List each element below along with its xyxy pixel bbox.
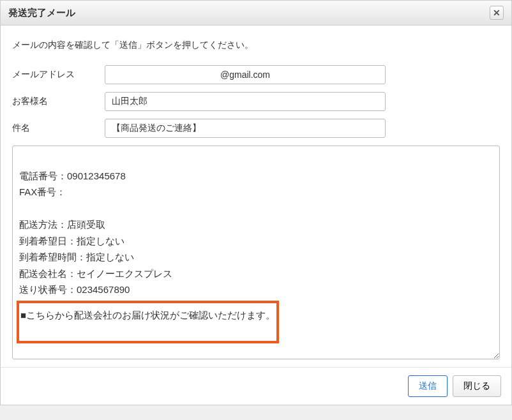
dialog-footer: 送信 閉じる (1, 367, 511, 405)
body-tracking-line: 送り状番号：0234567890 (19, 284, 130, 295)
shipping-mail-dialog: 発送完了メール ✕ メールの内容を確認して「送信」ボタンを押してください。 メー… (0, 0, 512, 405)
mail-body-textarea[interactable]: 電話番号：09012345678 FAX番号： 配送方法：店頭受取 到着希望日：… (12, 146, 500, 359)
dialog-title: 発送完了メール (8, 7, 75, 19)
send-button[interactable]: 送信 (408, 375, 448, 397)
close-icon: ✕ (493, 8, 501, 18)
body-delivery-method-line: 配送方法：店頭受取 (19, 219, 105, 230)
tracking-link-highlight: ■こちらから配送会社のお届け状況がご確認いただけます。 (17, 301, 279, 344)
tracking-link-text: ■こちらから配送会社のお届け状況がご確認いただけます。 (20, 310, 275, 320)
email-input[interactable] (105, 65, 386, 84)
body-fax-line: FAX番号： (19, 186, 66, 197)
body-phone-line: 電話番号：09012345678 (19, 170, 126, 181)
body-arrival-date-line: 到着希望日：指定しない (19, 236, 124, 246)
dialog-body: メールの内容を確認して「送信」ボタンを押してください。 メールアドレス お客様名… (1, 26, 511, 367)
instruction-text: メールの内容を確認して「送信」ボタンを押してください。 (12, 40, 500, 51)
close-icon-button[interactable]: ✕ (490, 6, 504, 20)
close-button[interactable]: 閉じる (453, 375, 501, 397)
body-carrier-line: 配送会社名：セイノーエクスプレス (19, 268, 172, 279)
email-label: メールアドレス (12, 69, 105, 80)
subject-label: 件名 (12, 123, 105, 134)
row-subject: 件名 (12, 119, 500, 138)
dialog-header: 発送完了メール ✕ (1, 1, 511, 26)
body-arrival-time-line: 到着希望時間：指定しない (19, 251, 134, 262)
customer-name-label: お客様名 (12, 96, 105, 107)
row-customer-name: お客様名 (12, 92, 500, 111)
row-email: メールアドレス (12, 65, 500, 84)
customer-name-input[interactable] (105, 92, 386, 111)
subject-input[interactable] (105, 119, 386, 138)
